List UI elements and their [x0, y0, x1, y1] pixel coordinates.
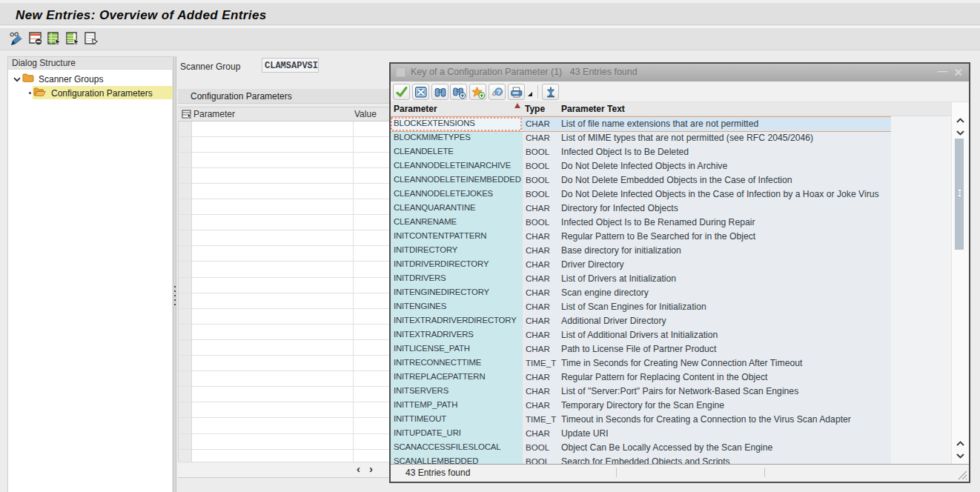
svg-text:?: ?	[497, 87, 501, 96]
